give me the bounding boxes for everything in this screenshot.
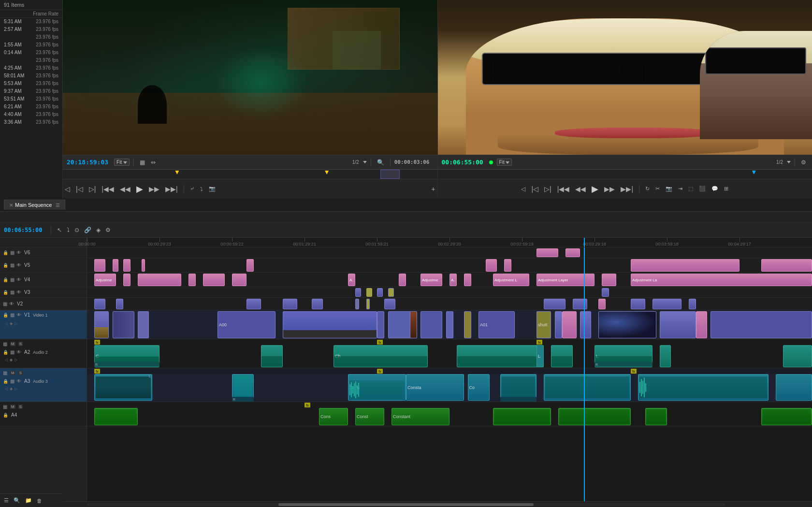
clip[interactable] [631,259,740,272]
adjustment-clip[interactable] [602,274,616,286]
scrollbar-thumb[interactable] [278,503,534,506]
clip[interactable] [544,299,566,309]
source-go-in-button[interactable]: |◀◀ [100,184,116,194]
clip[interactable] [504,259,511,272]
clip[interactable] [312,299,323,309]
clip[interactable] [384,299,395,309]
lock-icon[interactable]: 🔒 [3,250,8,255]
clip[interactable] [366,288,372,297]
program-lift2-button[interactable]: ⬛ [697,185,708,193]
audio-clip[interactable]: Ch [334,345,428,367]
program-extract-button[interactable]: ⬚ [686,185,695,193]
adjustment-clip[interactable] [203,274,225,286]
adjustment-clip[interactable]: Adjustment Layer [536,274,594,286]
clip[interactable]: shutt [536,311,551,338]
clip[interactable] [486,259,497,272]
audio-clip[interactable] [493,408,551,425]
program-step-back-button[interactable]: ◀◀ [573,184,588,194]
source-time-ruler[interactable] [63,169,437,179]
source-mark-clip-button[interactable]: ▷| [87,184,98,194]
clip[interactable] [366,299,370,309]
timeline-ripple-tool[interactable]: ⤵ [66,226,71,234]
adjustment-clip[interactable]: Adjust [348,274,355,286]
source-insert-button[interactable]: ⤶ [188,185,196,193]
mute-button[interactable]: M [10,342,15,346]
lock-icon[interactable]: 🔒 [3,263,8,268]
audio-clip[interactable]: Cons [319,408,348,425]
clip[interactable] [761,259,812,272]
clip[interactable] [566,248,580,257]
lock-icon[interactable]: 🔒 [3,290,8,295]
clip[interactable] [598,311,656,338]
r-clip[interactable]: R [594,362,652,367]
adjustment-clip[interactable] [232,274,246,286]
source-go-out-button[interactable]: ▶▶| [163,184,180,194]
audio-clip[interactable]: Co [468,374,490,401]
clip[interactable] [696,311,707,338]
clip[interactable] [113,311,134,338]
clip[interactable] [116,299,123,309]
clip[interactable] [355,299,359,309]
clip[interactable] [631,299,645,309]
clip[interactable] [573,299,587,309]
clip[interactable] [94,259,105,272]
source-multiview-button[interactable]: ▦ [138,158,147,167]
track-add-keyframe-button[interactable]: ◆ [10,321,13,326]
source-overwrite-button[interactable]: ⤵ [198,185,205,193]
track-keyframe-next-button[interactable]: ▷ [14,321,17,326]
audio-clip[interactable] [261,345,283,367]
adjustment-clip[interactable] [138,274,181,286]
eye-icon[interactable]: 👁 [9,301,14,306]
eye-icon[interactable]: 👁 [16,262,21,268]
source-export-button[interactable]: 📷 [207,185,218,193]
adjustment-clip[interactable]: Adjus [450,274,457,286]
source-mark-out-button[interactable]: |◁ [74,184,85,194]
adjustment-clip[interactable]: Adjustme [94,274,116,286]
program-scale-chevron-icon[interactable] [787,161,791,163]
bin-search-button[interactable]: 🔍 [13,496,21,505]
lock-icon[interactable]: 🔒 [3,379,8,384]
program-go-out-button[interactable]: ▶▶| [619,184,635,194]
program-fit-dropdown[interactable]: Fit [497,159,512,166]
clip[interactable] [580,311,591,338]
program-step-fwd-button[interactable]: ▶▶ [602,184,617,194]
audio-clip[interactable] [558,408,631,425]
tab-main-sequence[interactable]: ✕ Main Sequence ☰ [4,200,65,210]
r-clip[interactable]: R [94,362,160,367]
program-overlay-button[interactable]: 💬 [710,185,720,193]
program-loop-button[interactable]: ↻ [643,185,652,193]
audio-clip[interactable]: Cons [348,374,406,401]
lock-icon[interactable]: 🔒 [3,350,8,355]
clip[interactable] [113,259,118,272]
eye-icon[interactable]: 👁 [16,349,21,355]
bin-folder-button[interactable]: 📁 [24,496,33,505]
source-step-fwd-button[interactable]: ▶▶ [147,184,161,194]
timeline-snap-toggle[interactable]: ⊙ [73,226,80,234]
clip[interactable] [536,248,558,257]
clip[interactable] [138,311,149,338]
track-keyframe-next-button[interactable]: ▷ [14,358,17,362]
time-ruler[interactable]: 00:00:00 00:00:29:23 00:00:59:22 00:01:2… [0,238,812,247]
source-gang-button[interactable]: ⇔ [149,158,158,167]
audio-clip[interactable] [761,408,812,425]
eye-icon[interactable]: 👁 [16,378,21,384]
program-mark-out-button[interactable]: |◁ [529,184,540,194]
clip[interactable] [446,311,453,338]
program-mark-in-button[interactable]: ◁ [519,185,527,193]
audio-clip[interactable]: L [94,374,152,401]
audio-clip[interactable] [783,345,812,367]
clip[interactable] [283,311,377,338]
solo-button[interactable]: S [18,342,23,346]
lock-icon[interactable]: 🔒 [3,277,8,282]
bin-new-item-button[interactable]: 🗑 [36,497,43,505]
audio-clip[interactable]: Const [355,408,384,425]
adjustment-clip[interactable] [123,274,130,286]
clip[interactable] [94,299,105,309]
audio-clip[interactable] [776,374,812,401]
r-clip[interactable]: R [232,397,254,402]
source-timecode[interactable]: 20:18:59:03 [67,159,108,166]
adjustment-clip[interactable] [188,274,196,286]
clip[interactable] [555,311,562,338]
bin-list-view-button[interactable]: ☰ [3,496,10,505]
program-export-button[interactable]: 📷 [664,185,674,193]
